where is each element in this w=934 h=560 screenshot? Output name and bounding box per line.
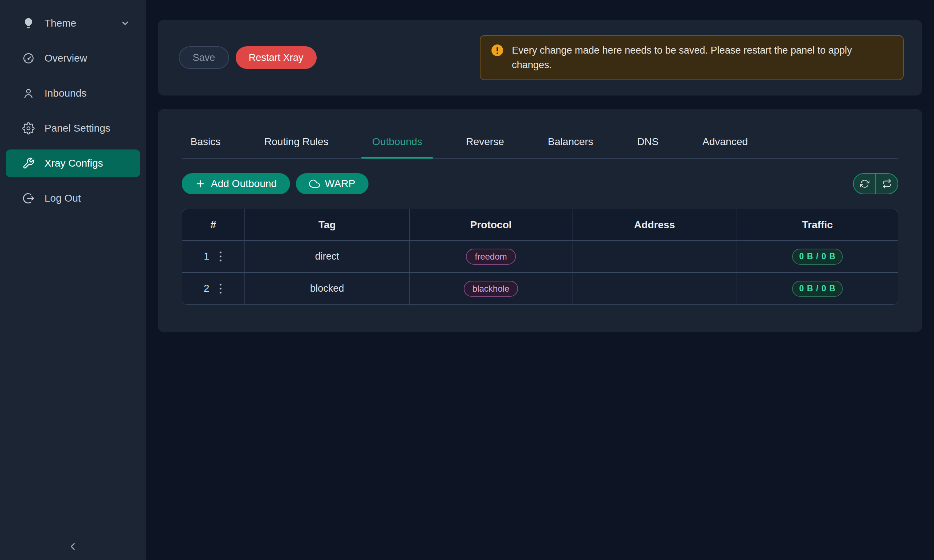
tag-cell: direct [245,240,410,272]
protocol-cell: blackhole [410,272,572,305]
repeat-icon [882,179,892,188]
address-cell [572,240,737,272]
sidebar-item-label: Inbounds [45,88,86,99]
restart-xray-button[interactable]: Restart Xray [236,46,317,69]
tab-outbounds[interactable]: Outbounds [372,136,422,158]
tab-bar: Basics Routing Rules Outbounds Reverse B… [182,109,898,158]
reset-traffic-button[interactable] [875,174,897,194]
column-header-address: Address [572,209,737,240]
row-number: 2 [203,283,209,294]
warp-label: WARP [325,178,355,189]
row-menu-button[interactable] [218,282,223,295]
sidebar-item-overview[interactable]: Overview [6,45,140,72]
outbounds-table: # Tag Protocol Address Traffic 1 direct … [182,209,898,305]
refresh-icon [860,179,869,188]
sidebar-item-panel-settings[interactable]: Panel Settings [6,114,140,142]
xray-config-card: Basics Routing Rules Outbounds Reverse B… [158,109,922,332]
traffic-badge: 0 B / 0 B [792,249,843,265]
refresh-button[interactable] [854,174,875,194]
address-cell [572,272,737,305]
add-outbound-label: Add Outbound [211,178,277,189]
column-header-tag: Tag [245,209,410,240]
sidebar-item-theme[interactable]: Theme [6,9,140,37]
chevron-left-icon [67,541,79,554]
traffic-cell: 0 B / 0 B [737,240,898,272]
user-icon [22,87,35,100]
row-number: 1 [203,251,209,262]
column-header-protocol: Protocol [410,209,572,240]
chevron-down-icon [120,18,130,28]
sidebar-item-log-out[interactable]: Log Out [6,185,140,212]
refresh-button-group [853,173,898,194]
sidebar-item-label: Log Out [45,192,81,204]
logout-icon [22,192,35,205]
alert-text: Every change made here needs to be saved… [512,43,892,72]
traffic-badge: 0 B / 0 B [792,281,843,297]
sidebar-item-label: Overview [45,52,87,64]
wrench-icon [22,157,35,170]
sidebar-collapse-button[interactable] [67,541,79,554]
tab-basics[interactable]: Basics [190,136,220,158]
tab-balancers[interactable]: Balancers [548,136,593,158]
bulb-icon [22,17,35,30]
tag-cell: blocked [245,272,410,305]
app-root: Theme Overview [0,0,934,560]
protocol-badge: blackhole [464,281,518,297]
actions-row: Add Outbound WARP [182,173,898,194]
table-row-index: 1 [182,240,245,272]
main-content: Save Restart Xray Every change made here… [146,0,934,560]
protocol-cell: freedom [410,240,572,272]
sidebar-item-label: Theme [45,17,76,29]
protocol-badge: freedom [466,249,516,265]
sidebar-item-inbounds[interactable]: Inbounds [6,80,140,107]
warp-button[interactable]: WARP [296,173,368,194]
tab-reverse[interactable]: Reverse [466,136,504,158]
tab-advanced[interactable]: Advanced [702,136,748,158]
tab-dns[interactable]: DNS [637,136,658,158]
tab-routing-rules[interactable]: Routing Rules [264,136,328,158]
add-outbound-button[interactable]: Add Outbound [182,173,290,194]
sidebar-item-label: Panel Settings [45,123,111,134]
column-header-traffic: Traffic [737,209,898,240]
column-header-index: # [182,209,245,240]
sidebar-item-label: Xray Configs [45,157,103,169]
cloud-icon [309,178,320,189]
sidebar-nav: Theme Overview [0,9,146,212]
plus-icon [195,178,206,189]
toolbar-card: Save Restart Xray Every change made here… [158,20,922,95]
gauge-icon [22,52,35,65]
table-row-index: 2 [182,272,245,305]
gear-icon [22,122,35,135]
warning-alert: Every change made here needs to be saved… [480,35,904,80]
sidebar-item-xray-configs[interactable]: Xray Configs [6,149,140,177]
row-menu-button[interactable] [218,250,223,263]
traffic-cell: 0 B / 0 B [737,272,898,305]
save-button[interactable]: Save [179,46,229,69]
sidebar: Theme Overview [0,0,146,560]
warning-circle-icon [492,45,503,56]
